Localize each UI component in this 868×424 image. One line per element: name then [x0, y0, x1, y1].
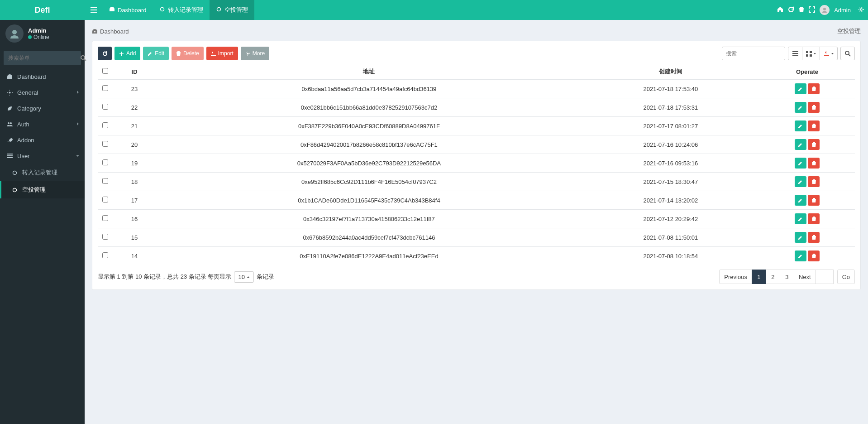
table-row: 21 0xF387E229b36F040A0cE93CDf60889D8A049… [98, 117, 855, 135]
user-avatar-small[interactable] [820, 5, 830, 15]
view-list-button[interactable] [788, 47, 802, 60]
row-delete-button[interactable] [808, 102, 820, 113]
svg-point-11 [10, 122, 12, 124]
chevron-icon [75, 121, 79, 128]
tab-空投管理[interactable]: 空投管理 [210, 0, 254, 20]
page-size-selector[interactable]: 10 [234, 271, 253, 283]
home-icon[interactable] [777, 6, 783, 14]
username-label[interactable]: Admin [834, 7, 851, 14]
row-edit-button[interactable] [795, 102, 806, 113]
row-edit-button[interactable] [795, 176, 806, 187]
row-edit-button[interactable] [795, 158, 806, 169]
sidebar-item-Auth[interactable]: Auth [0, 116, 85, 132]
sidebar-item-转入记录管理[interactable]: 转入记录管理 [0, 164, 85, 181]
row-delete-button[interactable] [808, 83, 820, 94]
sidebar-item-Category[interactable]: Category [0, 101, 85, 116]
sidebar-item-General[interactable]: General [0, 85, 85, 101]
row-delete-button[interactable] [808, 213, 820, 224]
more-button[interactable]: More [241, 47, 269, 60]
page-2[interactable]: 2 [766, 270, 780, 284]
row-delete-button[interactable] [808, 158, 820, 169]
page-1[interactable]: 1 [752, 270, 766, 284]
row-delete-button[interactable] [808, 232, 820, 243]
row-checkbox[interactable] [102, 85, 108, 91]
user-avatar-large[interactable] [5, 24, 24, 43]
brand-logo[interactable]: Defi [0, 0, 85, 20]
svg-point-4 [217, 8, 220, 11]
col-operate: Operate [759, 64, 855, 80]
svg-rect-20 [792, 53, 798, 54]
trash-icon[interactable] [799, 6, 804, 14]
row-delete-button[interactable] [808, 176, 820, 187]
refresh-button[interactable] [98, 47, 112, 60]
row-edit-button[interactable] [795, 251, 806, 261]
search-input[interactable] [722, 47, 785, 60]
import-button[interactable]: Import [206, 47, 238, 60]
row-checkbox[interactable] [102, 122, 108, 128]
row-checkbox[interactable] [102, 178, 108, 184]
sidebar: Admin Online DashboardGeneralCategoryAut… [0, 20, 85, 424]
page-3[interactable]: 3 [780, 270, 794, 284]
hamburger-button[interactable] [85, 0, 103, 20]
row-checkbox[interactable] [102, 234, 108, 240]
sidebar-search-input[interactable] [4, 55, 81, 61]
breadcrumb-text[interactable]: Dashboard [100, 28, 129, 35]
add-button[interactable]: Add [114, 47, 140, 60]
edit-button[interactable]: Edit [143, 47, 169, 60]
table-row: 19 0x5270029F3AF0Aa5bD36e92C793D92212529… [98, 154, 855, 173]
select-all-checkbox[interactable] [102, 68, 108, 74]
row-delete-button[interactable] [808, 195, 820, 206]
page-prev[interactable]: Previous [719, 270, 752, 284]
tab-Dashboard[interactable]: Dashboard [103, 0, 153, 20]
row-checkbox[interactable] [102, 141, 108, 147]
cell-operate [759, 117, 855, 135]
sidebar-item-Addon[interactable]: Addon [0, 132, 85, 148]
row-checkbox[interactable] [102, 215, 108, 221]
export-button[interactable] [820, 47, 838, 60]
row-delete-button[interactable] [808, 139, 820, 150]
row-checkbox[interactable] [102, 104, 108, 110]
cell-id: 22 [113, 98, 156, 117]
sidebar-search[interactable] [4, 51, 81, 65]
row-checkbox[interactable] [102, 159, 108, 165]
settings-icon[interactable] [858, 6, 864, 14]
svg-rect-12 [7, 154, 13, 154]
refresh-icon[interactable] [788, 6, 794, 14]
cell-id: 14 [113, 247, 156, 265]
users-icon [6, 121, 13, 127]
row-edit-button[interactable] [795, 195, 806, 206]
delete-button[interactable]: Delete [172, 47, 204, 60]
col-created[interactable]: 创建时间 [582, 64, 759, 80]
table-row: 23 0x6bdaa11a56aa5d7cb3a714454a49afc64bd… [98, 80, 855, 98]
fullscreen-icon[interactable] [809, 6, 815, 14]
rocket-icon [6, 137, 13, 143]
row-delete-button[interactable] [808, 120, 820, 131]
cell-created: 2021-07-08 11:50:01 [582, 228, 759, 247]
sidebar-item-User[interactable]: User [0, 148, 85, 164]
cell-addr: 0xF86d4294020017b8266e58c810bf137e6cAC75… [156, 135, 582, 154]
tab-转入记录管理[interactable]: 转入记录管理 [153, 0, 210, 20]
row-edit-button[interactable] [795, 232, 806, 243]
row-edit-button[interactable] [795, 139, 806, 150]
view-grid-button[interactable] [802, 47, 820, 60]
page-input[interactable] [816, 270, 834, 284]
col-addr[interactable]: 地址 [156, 64, 582, 80]
svg-point-10 [8, 122, 10, 124]
page-next[interactable]: Next [794, 270, 816, 284]
sidebar-item-Dashboard[interactable]: Dashboard [0, 69, 85, 85]
row-delete-button[interactable] [808, 251, 820, 261]
search-button[interactable] [840, 47, 855, 60]
row-checkbox[interactable] [102, 252, 108, 258]
cell-operate [759, 173, 855, 191]
col-id[interactable]: ID [113, 64, 156, 80]
cell-created: 2021-07-14 13:20:02 [582, 191, 759, 210]
row-checkbox[interactable] [102, 197, 108, 202]
row-edit-button[interactable] [795, 83, 806, 94]
row-edit-button[interactable] [795, 120, 806, 131]
svg-point-17 [94, 31, 95, 32]
svg-rect-0 [91, 7, 97, 8]
breadcrumb: Dashboard 空投管理 [92, 24, 861, 38]
row-edit-button[interactable] [795, 213, 806, 224]
page-go[interactable]: Go [837, 270, 855, 284]
sidebar-item-空投管理[interactable]: 空投管理 [0, 181, 85, 198]
